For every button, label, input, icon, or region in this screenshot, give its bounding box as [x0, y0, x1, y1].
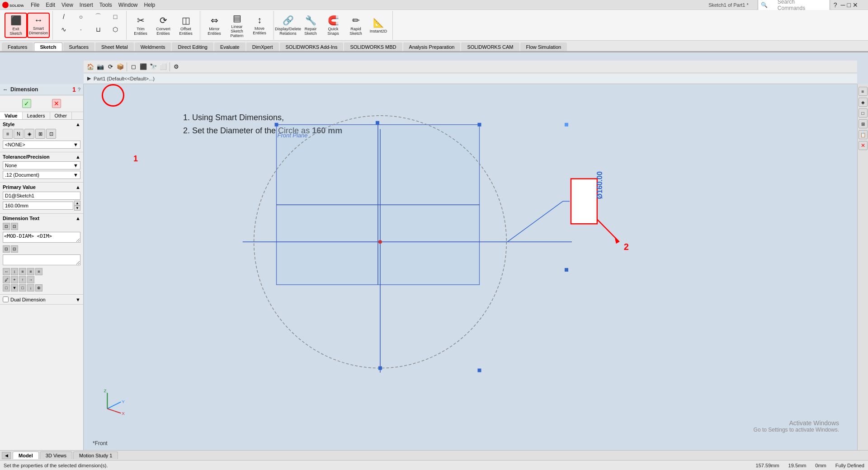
style-icon-3[interactable]: ⊞	[35, 129, 45, 139]
move-entities-button[interactable]: ↕ Move Entities	[248, 13, 271, 38]
dt-icon-1[interactable]: ⊡	[11, 223, 18, 230]
tab-sketch[interactable]: Sketch	[34, 42, 62, 51]
dim-text-line1[interactable]	[3, 232, 80, 243]
dt-icon-2[interactable]: ⊡	[3, 245, 10, 253]
tab-value[interactable]: Value	[0, 112, 23, 119]
display-delete-button[interactable]: 🔗 Display/Delete Relations	[277, 13, 299, 38]
polygon-tool[interactable]: ⬡	[107, 24, 123, 35]
view-icon-5[interactable]: ◻	[128, 62, 138, 72]
extra-icon-4[interactable]: ⊕	[35, 284, 42, 291]
menu-view[interactable]: View	[61, 2, 73, 8]
bottom-tab-model[interactable]: Model	[13, 451, 39, 459]
bottom-tab-3dviews[interactable]: 3D Views	[40, 451, 72, 459]
smart-dimension-button[interactable]: ↔ Smart Dimension	[27, 13, 50, 38]
ri-0[interactable]: ≡	[859, 87, 868, 96]
ri-5[interactable]: ✕	[859, 141, 868, 150]
ok-button[interactable]: ✓	[22, 99, 31, 108]
view-icon-7[interactable]: 🔭	[148, 62, 158, 72]
dt-icon-3[interactable]: ⊡	[11, 245, 18, 253]
instant2d-button[interactable]: 📐 Instant2D	[367, 13, 390, 38]
stepper-up-icon[interactable]: ▲	[74, 201, 80, 206]
bottom-tab-motion[interactable]: Motion Study 1	[73, 451, 118, 459]
circle-tool[interactable]: ○	[73, 11, 89, 23]
format-icon-4[interactable]: ≡	[35, 268, 42, 275]
style-icon-4[interactable]: ⊡	[46, 129, 56, 139]
trim-entities-button[interactable]: ✂ Trim Entities	[129, 13, 152, 38]
dimension-value-field[interactable]: 160.00mm	[3, 202, 73, 210]
tab-flow-sim[interactable]: Flow Simulation	[520, 42, 567, 51]
cancel-button[interactable]: ✕	[52, 99, 61, 108]
ri-2[interactable]: □	[859, 108, 868, 118]
extra-icon-0[interactable]: □	[3, 284, 10, 291]
tab-direct-editing[interactable]: Direct Editing	[172, 42, 213, 51]
rapid-sketch-button[interactable]: ✏ Rapid Sketch	[344, 13, 367, 38]
tolerance-header[interactable]: Tolerance/Precision ▲	[3, 154, 80, 160]
tolerance-dropdown[interactable]: None ▼	[3, 161, 80, 169]
menu-tools[interactable]: Tools	[99, 2, 112, 8]
extra-icon-2[interactable]: □	[19, 284, 26, 291]
linear-sketch-button[interactable]: ▤ Linear Sketch Pattern	[226, 13, 248, 38]
rect-tool[interactable]: □	[107, 11, 123, 23]
dual-dim-collapse[interactable]: ▼	[75, 297, 80, 302]
format-icon-1[interactable]: ↕	[11, 268, 18, 275]
tab-dimxpert[interactable]: DimXpert	[246, 42, 279, 51]
tab-sheet-metal[interactable]: Sheet Metal	[95, 42, 134, 51]
extra-icon-3[interactable]: ↓	[27, 284, 34, 291]
style-icon-1[interactable]: N	[14, 129, 24, 139]
tab-analysis-prep[interactable]: Analysis Preparation	[403, 42, 461, 51]
menu-file[interactable]: File	[31, 2, 39, 8]
spline-tool[interactable]: ∿	[56, 24, 72, 35]
close-icon[interactable]: ✕	[853, 1, 858, 9]
dual-dimension-checkbox[interactable]	[3, 296, 9, 302]
tab-solidworks-cam[interactable]: SOLIDWORKS CAM	[461, 42, 519, 51]
repair-sketch-button[interactable]: 🔧 Repair Sketch	[299, 13, 322, 38]
primary-value-header[interactable]: Primary Value ▲	[3, 184, 80, 190]
panel-help[interactable]: ?	[78, 87, 80, 92]
ri-4[interactable]: 📋	[859, 130, 868, 139]
align-icon-2[interactable]: ↑	[19, 276, 26, 283]
view-icon-6[interactable]: ⬛	[138, 62, 148, 72]
menu-window[interactable]: Window	[118, 2, 138, 8]
offset-entities-button[interactable]: ◫ Offset Entities	[175, 13, 197, 38]
format-icon-2[interactable]: ≡	[19, 268, 26, 275]
align-icon-3[interactable]: →	[27, 276, 34, 283]
style-icon-2[interactable]: ◈	[24, 129, 34, 139]
tab-features[interactable]: Features	[2, 42, 33, 51]
view-icon-2[interactable]: 📷	[95, 62, 105, 72]
minimize-icon[interactable]: ─	[841, 1, 845, 9]
dim-text-line2[interactable]	[3, 254, 80, 265]
view-icon-8[interactable]: ⬜	[158, 62, 168, 72]
ri-3[interactable]: ⊞	[859, 119, 868, 128]
style-dropdown[interactable]: <NONE> ▼	[3, 141, 80, 149]
stepper-down-icon[interactable]: ▼	[74, 206, 80, 211]
quick-snaps-button[interactable]: 🧲 Quick Snaps	[322, 13, 344, 38]
slot-tool[interactable]: ⊔	[90, 24, 106, 35]
menu-insert[interactable]: Insert	[80, 2, 93, 8]
arc-tool[interactable]: ⌒	[90, 11, 106, 23]
view-icon-9[interactable]: ⚙	[171, 62, 181, 72]
line-tool[interactable]: /	[56, 11, 72, 23]
exit-sketch-button[interactable]: ⬛ Exit Sketch	[5, 13, 27, 38]
style-header[interactable]: Style ▲	[3, 122, 80, 127]
dimension-name-field[interactable]: D1@Sketch1	[3, 192, 80, 200]
tab-evaluate[interactable]: Evaluate	[214, 42, 245, 51]
menu-edit[interactable]: Edit	[46, 2, 55, 8]
ri-1[interactable]: ◈	[859, 98, 868, 107]
tab-leaders[interactable]: Leaders	[23, 112, 50, 119]
dt-icon-0[interactable]: ⊡	[3, 223, 10, 230]
menu-help[interactable]: Help	[144, 2, 156, 8]
view-icon-1[interactable]: 🏠	[85, 62, 95, 72]
panel-toggle[interactable]: ◀	[2, 452, 11, 459]
dim-text-header[interactable]: Dimension Text ▲	[3, 216, 80, 221]
tab-solidworks-addins[interactable]: SOLIDWORKS Add-Ins	[280, 42, 344, 51]
point-tool[interactable]: ·	[73, 24, 89, 35]
mirror-entities-button[interactable]: ⇔ Mirror Entities	[203, 13, 226, 38]
style-icon-0[interactable]: ≡	[3, 129, 13, 139]
view-icon-3[interactable]: ⟳	[105, 62, 115, 72]
maximize-icon[interactable]: □	[847, 1, 851, 9]
extra-icon-1[interactable]: ▼	[11, 284, 18, 291]
tab-surfaces[interactable]: Surfaces	[63, 42, 94, 51]
value-stepper-up[interactable]: ▲ ▼	[74, 201, 80, 211]
tab-weldments[interactable]: Weldments	[135, 42, 171, 51]
format-icon-3[interactable]: ≡	[27, 268, 34, 275]
